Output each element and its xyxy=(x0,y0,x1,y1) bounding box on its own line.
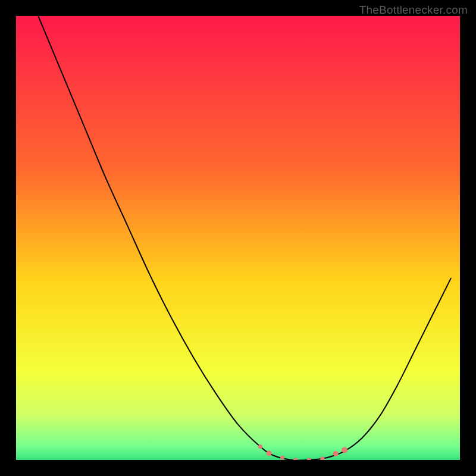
chart-plot-area xyxy=(16,16,460,460)
highlight-marker xyxy=(342,447,347,453)
highlight-marker xyxy=(258,444,262,449)
watermark-text: TheBottlenecker.com xyxy=(359,4,468,17)
highlight-marker xyxy=(267,450,272,456)
chart-svg xyxy=(16,16,460,460)
highlight-marker xyxy=(280,456,284,460)
highlight-marker xyxy=(333,451,339,456)
